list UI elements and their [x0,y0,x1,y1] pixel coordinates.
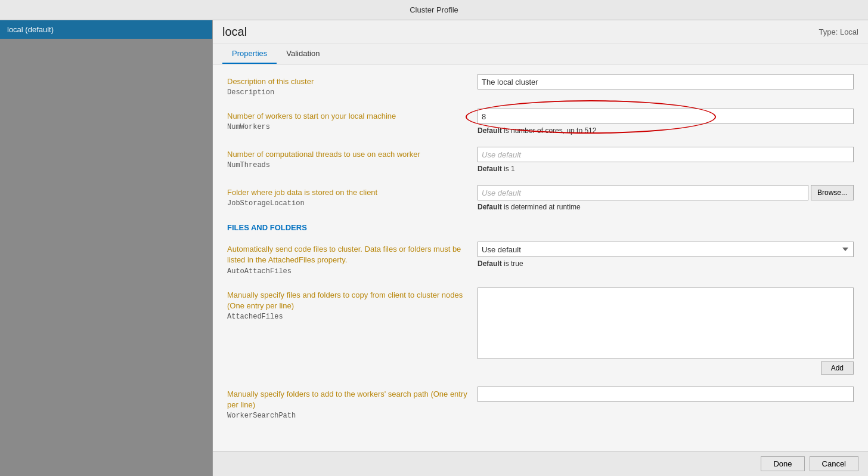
description-input-col [478,74,854,89]
autoattach-label-col: Automatically send code files to cluster… [227,242,478,275]
attachedfiles-label: Manually specify files and folders to co… [227,290,468,311]
workersearchpath-code: WorkerSearchPath [227,412,468,420]
description-code: Description [227,88,468,97]
cluster-name-title: local [222,25,247,39]
jobstorage-code: JobStorageLocation [227,199,468,208]
tab-properties[interactable]: Properties [222,44,277,64]
add-button[interactable]: Add [821,361,854,375]
sidebar-item-local-default[interactable]: local (default) [0,20,212,39]
jobstorage-input-group: Browse... [478,185,854,200]
numworkers-code: NumWorkers [227,123,468,131]
autoattach-label: Automatically send code files to cluster… [227,244,468,265]
jobstorage-row: Folder where job data is stored on the c… [227,185,854,211]
numthreads-label: Number of computational threads to use o… [227,149,468,160]
numthreads-input[interactable] [478,147,854,162]
workersearchpath-input[interactable] [478,387,854,402]
autoattach-hint: Default is true [478,259,854,268]
autoattach-select[interactable]: Use default true false [478,242,854,257]
content-header: local Type: Local [213,20,868,44]
attachedfiles-row: Manually specify files and folders to co… [227,288,854,375]
numworkers-label-col: Number of workers to start on your local… [227,109,478,131]
numworkers-input-col: Default is number of cores, up to 512 [478,109,854,135]
autoattach-input-col: Use default true false Default is true [478,242,854,268]
numworkers-hint: Default is number of cores, up to 512 [478,126,854,135]
tab-validation[interactable]: Validation [277,44,329,64]
window-title: Cluster Profile [410,5,458,14]
tabs-bar: Properties Validation [213,44,868,64]
autoattach-row: Automatically send code files to cluster… [227,242,854,275]
sidebar: local (default) [0,20,213,476]
description-label: Description of this cluster [227,76,468,87]
jobstorage-label-col: Folder where job data is stored on the c… [227,185,478,208]
cluster-type-label: Type: Local [819,27,859,36]
form-scroll-area[interactable]: Description of this cluster Description … [213,64,868,451]
workersearchpath-label: Manually specify folders to add to the w… [227,389,468,410]
numthreads-hint: Default is 1 [478,165,854,173]
autoattach-code: AutoAttachFiles [227,267,468,276]
browse-button[interactable]: Browse... [811,185,854,200]
numthreads-label-col: Number of computational threads to use o… [227,147,478,169]
attachedfiles-code: AttachedFiles [227,313,468,321]
numthreads-code: NumThreads [227,161,468,169]
jobstorage-input-col: Browse... Default is determined at runti… [478,185,854,211]
workersearchpath-input-col [478,387,854,402]
cancel-button[interactable]: Cancel [810,456,858,471]
files-folders-section-header: FILES AND FOLDERS [227,223,854,232]
numworkers-label: Number of workers to start on your local… [227,111,468,122]
done-button[interactable]: Done [761,456,804,471]
form-content: Description of this cluster Description … [213,64,868,441]
workersearchpath-row: Manually specify folders to add to the w… [227,387,854,420]
attachedfiles-textarea[interactable] [478,288,854,359]
numthreads-row: Number of computational threads to use o… [227,147,854,173]
numworkers-row: Number of workers to start on your local… [227,109,854,135]
jobstorage-label: Folder where job data is stored on the c… [227,187,468,198]
description-row: Description of this cluster Description [227,74,854,97]
content-area: local Type: Local Properties Validation … [213,20,868,476]
numworkers-input[interactable] [478,109,854,124]
bottom-bar: Done Cancel [213,451,868,476]
attachedfiles-input-col: Add [478,288,854,375]
jobstorage-input[interactable] [478,185,808,200]
jobstorage-hint: Default is determined at runtime [478,203,854,211]
description-input[interactable] [478,74,854,89]
workersearchpath-label-col: Manually specify folders to add to the w… [227,387,478,420]
numthreads-input-col: Default is 1 [478,147,854,173]
description-label-col: Description of this cluster Description [227,74,478,97]
attachedfiles-label-col: Manually specify files and folders to co… [227,288,478,321]
